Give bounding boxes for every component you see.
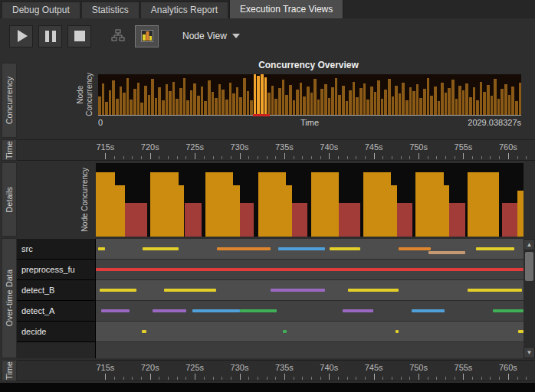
section-header-label: Time: [5, 141, 14, 159]
time-ruler-bottom[interactable]: 715s720s725s730s735s740s745s750s755s760s: [17, 360, 535, 381]
section-header-label: Time: [5, 361, 14, 380]
concurrency-bar: [115, 185, 125, 237]
scroll-down-button[interactable]: ▼: [524, 347, 535, 358]
histogram-bar: [381, 99, 384, 115]
major-tick: [240, 153, 241, 159]
trace-segment[interactable]: [98, 247, 105, 250]
trace-row-label: detect_A: [17, 301, 96, 322]
minor-tick: [302, 377, 303, 380]
histogram-bar: [261, 74, 264, 115]
trace-segment[interactable]: [217, 247, 271, 250]
trace-row-track[interactable]: [96, 260, 524, 280]
tab-debug-output[interactable]: Debug Output: [2, 2, 80, 18]
trace-segment[interactable]: [428, 251, 465, 254]
histogram-bar: [353, 82, 356, 115]
major-tick: [284, 374, 285, 380]
tab-statistics[interactable]: Statistics: [81, 2, 139, 18]
minor-tick: [311, 156, 312, 159]
trace-row-track[interactable]: [96, 239, 524, 260]
trace-segment[interactable]: [100, 289, 136, 292]
trace-segment[interactable]: [278, 247, 324, 250]
stop-icon: [74, 31, 85, 41]
histogram-bar: [462, 90, 465, 115]
trace-segment[interactable]: [101, 309, 129, 312]
pause-icon: [45, 31, 56, 42]
tab-execution-trace-views[interactable]: Execution Trace Views: [229, 0, 343, 18]
trace-segment[interactable]: [283, 330, 286, 333]
histogram-bar: [247, 91, 250, 115]
trace-segment[interactable]: [192, 309, 240, 312]
histogram-bar: [356, 97, 359, 115]
concurrency-bar: [444, 185, 450, 237]
overview-y-axis-label: Node Concurrency: [75, 74, 95, 115]
histogram-bar: [257, 76, 260, 115]
concurrency-bar: [258, 172, 286, 237]
trace-segment[interactable]: [396, 330, 399, 333]
trace-segment[interactable]: [164, 289, 216, 292]
filler-label-area: [17, 342, 96, 358]
histogram-bar: [359, 88, 363, 115]
trace-row-track[interactable]: [96, 280, 524, 301]
trace-segment[interactable]: [96, 268, 524, 271]
histogram-bar: [458, 86, 461, 115]
histogram-bar: [303, 96, 306, 115]
stop-button[interactable]: [67, 25, 91, 47]
trace-segment[interactable]: [143, 247, 178, 250]
major-tick: [508, 153, 509, 159]
tree-view-button[interactable]: [106, 25, 130, 47]
trace-segment[interactable]: [476, 247, 514, 250]
trace-segment[interactable]: [142, 330, 146, 333]
major-tick: [418, 374, 419, 380]
trace-segment[interactable]: [271, 289, 324, 292]
minor-tick: [428, 377, 428, 380]
trace-segment[interactable]: [412, 309, 445, 312]
histogram-bar: [264, 77, 268, 115]
histogram-bar: [342, 86, 345, 115]
section-header-time-bottom: Time: [2, 360, 17, 381]
legend-view-button[interactable]: [135, 25, 159, 47]
trace-segment[interactable]: [240, 309, 277, 312]
histogram-bar: [169, 91, 172, 115]
time-ruler-top[interactable]: 715s720s725s730s735s740s745s750s755s760s: [17, 139, 535, 161]
histogram-bar: [271, 86, 274, 115]
details-concurrency-chart[interactable]: [96, 163, 524, 237]
tab-analytics-report[interactable]: Analytics Report: [140, 2, 228, 18]
histogram-bar: [137, 83, 140, 115]
histogram-bar: [162, 100, 165, 115]
time-tick-label: 730s: [231, 142, 249, 152]
histogram-bar: [331, 87, 334, 115]
overview-histogram[interactable]: [98, 74, 521, 116]
node-view-dropdown[interactable]: Node View: [176, 28, 246, 44]
histogram-bar: [102, 83, 105, 115]
minor-tick: [141, 377, 142, 380]
trace-segment[interactable]: [348, 289, 399, 292]
trace-segment[interactable]: [493, 309, 524, 312]
minor-tick: [168, 156, 169, 159]
trace-segment[interactable]: [330, 247, 360, 250]
trace-segment[interactable]: [518, 330, 524, 333]
histogram-bar: [402, 83, 405, 115]
trace-segment[interactable]: [153, 309, 186, 312]
play-button[interactable]: [9, 25, 33, 47]
histogram-bar: [296, 90, 299, 115]
trace-segment[interactable]: [343, 309, 373, 312]
minor-tick: [472, 377, 473, 380]
histogram-bar: [197, 96, 200, 115]
scrollbar-thumb[interactable]: [525, 252, 533, 281]
scroll-up-button[interactable]: ▲: [524, 239, 535, 250]
vertical-scrollbar[interactable]: ▲ ▼: [524, 239, 535, 358]
minor-tick: [392, 156, 392, 159]
trace-row-track[interactable]: [96, 301, 524, 322]
time-tick-label: 715s: [96, 142, 114, 152]
trace-row-track[interactable]: [96, 322, 524, 342]
trace-segment[interactable]: [399, 247, 431, 250]
pause-button[interactable]: [38, 25, 62, 47]
histogram-bar: [112, 80, 115, 115]
histogram-bar: [126, 78, 130, 115]
x-axis-end-value: 2029.038327s: [468, 118, 521, 127]
histogram-bar: [204, 101, 207, 115]
concurrency-bar: [286, 185, 292, 237]
trace-segment[interactable]: [468, 289, 521, 292]
histogram-bar: [374, 92, 377, 115]
histogram-bar: [491, 96, 494, 115]
